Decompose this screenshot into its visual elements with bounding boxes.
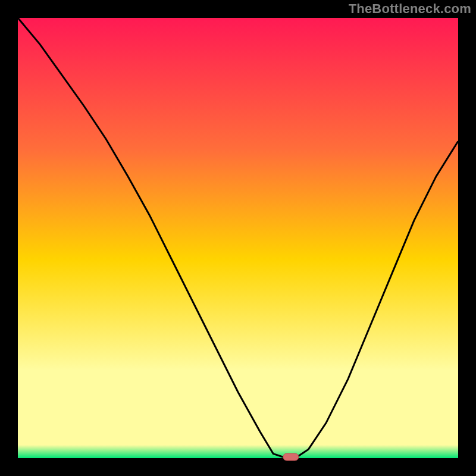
optimal-point-marker [283, 453, 299, 461]
bottleneck-chart [0, 0, 476, 476]
chart-frame: TheBottleneck.com [0, 0, 476, 476]
attribution-text: TheBottleneck.com [349, 1, 471, 17]
